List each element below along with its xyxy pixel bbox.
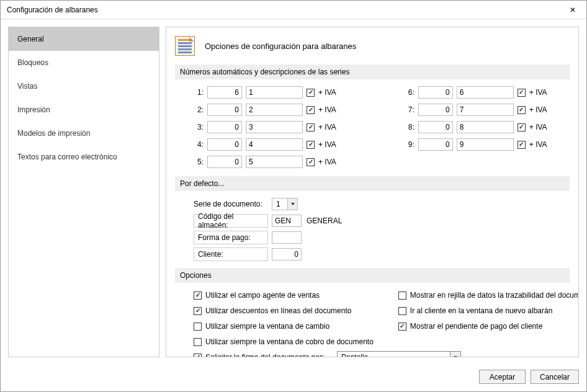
forma-label-button[interactable]: Forma de pago: xyxy=(194,231,268,244)
serie-combo-button[interactable] xyxy=(287,198,297,210)
option-checkbox[interactable] xyxy=(398,292,406,300)
series-index: 8: xyxy=(405,123,414,131)
cliente-label-button[interactable]: Cliente: xyxy=(194,247,268,261)
series-iva-label: + IVA xyxy=(318,140,336,149)
dialog-body: General Bloqueos Vistas Impresión Modelo… xyxy=(1,19,586,365)
option-row: Utilizar siempre la ventana de cobro de … xyxy=(194,336,374,348)
option-row: Mostrar el pendiente de pago del cliente xyxy=(398,320,579,332)
sidebar-item-label: Vistas xyxy=(17,82,37,91)
signature-combo-button[interactable] xyxy=(450,352,460,357)
sidebar-item-label: Impresión xyxy=(17,105,50,114)
series-iva-label: + IVA xyxy=(318,88,336,97)
signature-label: Solicitar la firma del documento por: xyxy=(205,353,333,357)
forma-input[interactable] xyxy=(272,231,302,244)
series-iva-label: + IVA xyxy=(529,123,547,131)
series-iva-checkbox[interactable] xyxy=(518,106,526,114)
cancel-button[interactable]: Cancelar xyxy=(531,370,579,384)
section-series-title: Números automáticos y descripciones de l… xyxy=(175,65,570,79)
series-iva-label: + IVA xyxy=(318,158,336,166)
series-num-input[interactable] xyxy=(418,121,453,133)
series-desc-input[interactable] xyxy=(457,104,514,116)
option-label: Mostrar el pendiente de pago del cliente xyxy=(410,322,542,331)
signature-combo-wrap: Pantalla Pantalla Wacom STU-430/STU-300 xyxy=(337,351,461,357)
content-title: Opciones de configuración para albaranes xyxy=(205,42,356,51)
series-num-input[interactable] xyxy=(207,138,242,151)
series-iva-checkbox[interactable] xyxy=(307,89,315,97)
series-row: 9:+ IVA xyxy=(405,138,547,151)
titlebar: Configuración de albaranes ✕ xyxy=(1,1,586,19)
series-row: 6:+ IVA xyxy=(405,86,547,99)
series-iva-label: + IVA xyxy=(529,140,547,149)
series-desc-input[interactable] xyxy=(246,104,303,116)
series-num-input[interactable] xyxy=(207,86,242,99)
signature-combo[interactable]: Pantalla xyxy=(337,351,461,357)
option-checkbox[interactable] xyxy=(194,338,202,346)
document-icon xyxy=(175,36,195,56)
option-row: Ir al cliente en la ventana de nuevo alb… xyxy=(398,305,579,317)
series-num-input[interactable] xyxy=(418,138,453,151)
option-checkbox[interactable] xyxy=(398,323,406,331)
series-num-input[interactable] xyxy=(418,86,453,99)
series-iva-checkbox[interactable] xyxy=(307,141,315,149)
sidebar-item-vistas[interactable]: Vistas xyxy=(9,74,159,98)
series-desc-input[interactable] xyxy=(246,138,303,151)
option-label: Utilizar siempre la ventana de cobro de … xyxy=(205,337,374,346)
series-index: 6: xyxy=(405,88,414,97)
series-row: 7:+ IVA xyxy=(405,103,547,117)
option-checkbox[interactable] xyxy=(194,307,202,315)
series-desc-input[interactable] xyxy=(457,138,514,151)
serie-value: 1 xyxy=(272,200,287,208)
ok-button[interactable]: Aceptar xyxy=(479,370,526,384)
dialog-title: Configuración de albaranes xyxy=(7,6,98,14)
series-num-input[interactable] xyxy=(207,104,242,116)
series-grid: 1:+ IVA2:+ IVA3:+ IVA4:+ IVA5:+ IVA 6:+ … xyxy=(175,86,570,176)
almacen-label-button[interactable]: Código del almacén: xyxy=(194,214,268,228)
series-row: 2:+ IVA xyxy=(194,103,336,117)
series-desc-input[interactable] xyxy=(246,86,303,99)
option-checkbox[interactable] xyxy=(398,307,406,315)
series-num-input[interactable] xyxy=(418,104,453,116)
options-block: Utilizar el campo agente de ventasUtiliz… xyxy=(175,289,570,357)
series-row: 1:+ IVA xyxy=(194,86,336,99)
series-iva-checkbox[interactable] xyxy=(307,158,315,166)
option-checkbox[interactable] xyxy=(194,292,202,300)
almacen-code-input[interactable] xyxy=(272,215,302,227)
section-defaults-title: Por defecto... xyxy=(175,176,570,191)
sidebar-item-label: Modelos de impresión xyxy=(17,129,90,138)
close-button[interactable]: ✕ xyxy=(558,1,586,19)
chevron-down-icon xyxy=(454,356,457,357)
signature-checkbox[interactable] xyxy=(194,354,202,358)
sidebar-item-general[interactable]: General xyxy=(9,27,159,51)
signature-combo-value: Pantalla xyxy=(338,353,450,357)
series-iva-checkbox[interactable] xyxy=(518,123,526,131)
almacen-name: GENERAL xyxy=(307,216,342,225)
series-iva-label: + IVA xyxy=(318,105,336,114)
series-desc-input[interactable] xyxy=(457,86,514,99)
series-iva-checkbox[interactable] xyxy=(307,123,315,131)
series-iva-label: + IVA xyxy=(529,88,547,97)
series-iva-checkbox[interactable] xyxy=(518,141,526,149)
option-label: Utilizar descuentos en líneas del docume… xyxy=(205,306,351,315)
sidebar-item-impresion[interactable]: Impresión xyxy=(9,98,159,122)
cliente-input[interactable] xyxy=(272,248,302,261)
series-row: 5:+ IVA xyxy=(194,155,336,169)
series-iva-checkbox[interactable] xyxy=(307,106,315,114)
content: Opciones de configuración para albaranes… xyxy=(166,27,579,357)
series-index: 1: xyxy=(194,88,204,97)
content-header: Opciones de configuración para albaranes xyxy=(175,36,570,56)
series-num-input[interactable] xyxy=(207,156,242,168)
series-row: 4:+ IVA xyxy=(194,138,336,151)
sidebar-item-bloqueos[interactable]: Bloqueos xyxy=(9,51,159,74)
series-desc-input[interactable] xyxy=(246,156,303,168)
series-iva-checkbox[interactable] xyxy=(518,89,526,97)
serie-combo[interactable]: 1 xyxy=(272,198,298,210)
option-row: Utilizar siempre la ventana de cambio xyxy=(194,320,374,332)
dialog-window: Configuración de albaranes ✕ General Blo… xyxy=(0,0,587,392)
sidebar-item-textos[interactable]: Textos para correo electrónico xyxy=(9,145,159,169)
series-desc-input[interactable] xyxy=(457,121,514,133)
series-desc-input[interactable] xyxy=(246,121,303,133)
option-checkbox[interactable] xyxy=(194,323,202,331)
series-index: 5: xyxy=(194,158,204,166)
sidebar-item-modelos[interactable]: Modelos de impresión xyxy=(9,122,159,145)
series-num-input[interactable] xyxy=(207,121,242,133)
